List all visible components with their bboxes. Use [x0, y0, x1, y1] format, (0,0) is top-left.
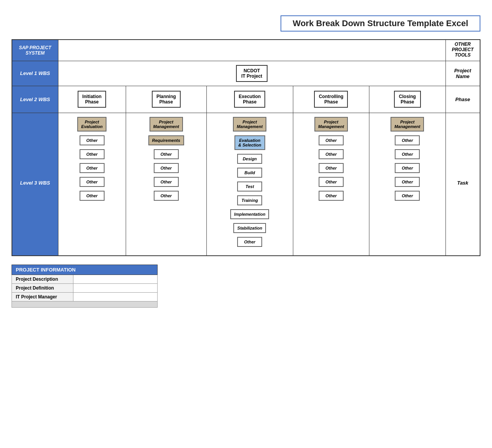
- closing-task-1: ProjectManagement: [391, 117, 424, 132]
- level1-row: Level 1 WBS NCDOTIT Project Project Name: [12, 61, 480, 86]
- execution-task-1: ProjectManagement: [233, 117, 266, 132]
- planning-task-4: Other: [154, 163, 179, 173]
- project-info-last-row: [12, 301, 158, 307]
- closing-task-6: Other: [395, 191, 420, 201]
- controlling-task-5: Other: [319, 177, 344, 187]
- planning-task-1: ProjectManagement: [150, 117, 183, 132]
- task-label: Task: [445, 113, 480, 256]
- project-info-header: PROJECT INFORMATION: [12, 265, 158, 275]
- project-definition-row: Project Definition: [12, 283, 158, 292]
- phase-label: Phase: [445, 86, 480, 113]
- other-project-tools-header: OTHER PROJECT TOOLS: [445, 40, 480, 61]
- project-definition-value[interactable]: [73, 283, 158, 292]
- controlling-tasks-list: ProjectManagement Other Other Other Othe…: [295, 115, 367, 205]
- closing-task-2: Other: [395, 135, 420, 145]
- level2-row: Level 2 WBS InitiationPhase PlanningPhas…: [12, 86, 480, 113]
- controlling-task-2: Other: [319, 135, 344, 145]
- closing-tasks-list: ProjectManagement Other Other Other Othe…: [371, 115, 444, 205]
- planning-phase-cell: PlanningPhase: [126, 86, 206, 113]
- initiation-tasks-cell: ProjectEvaluation Other Other Other Othe…: [58, 113, 126, 256]
- planning-task-5: Other: [154, 177, 179, 187]
- header-spacer: [58, 40, 445, 61]
- initiation-task-6: Other: [80, 191, 105, 201]
- closing-task-3: Other: [395, 149, 420, 159]
- project-name-label: Project Name: [445, 61, 480, 86]
- planning-task-2: Requirements: [148, 135, 184, 145]
- initiation-task-5: Other: [80, 177, 105, 187]
- execution-task-3: Design: [237, 154, 262, 164]
- planning-tasks-cell: ProjectManagement Requirements Other Oth…: [126, 113, 206, 256]
- execution-task-7: Implementation: [230, 209, 269, 219]
- sap-project-system-header: SAP PROJECT SYSTEM: [12, 40, 58, 61]
- execution-tasks-list: ProjectManagement Evaluation& Selection …: [208, 115, 291, 251]
- page-title: Work Break Down Structure Template Excel: [281, 15, 480, 32]
- initiation-task-1: ProjectEvaluation: [77, 117, 106, 132]
- closing-task-4: Other: [395, 163, 420, 173]
- execution-task-8: Stabilization: [233, 223, 266, 233]
- execution-task-9: Other: [237, 237, 262, 247]
- initiation-task-3: Other: [80, 149, 105, 159]
- planning-tasks-list: ProjectManagement Requirements Other Oth…: [128, 115, 205, 205]
- execution-phase-cell: ExecutionPhase: [206, 86, 293, 113]
- execution-task-2: Evaluation& Selection: [234, 135, 265, 150]
- initiation-phase-box: InitiationPhase: [78, 91, 106, 108]
- controlling-phase-box: ControllingPhase: [314, 91, 348, 108]
- initiation-task-4: Other: [80, 163, 105, 173]
- project-description-value[interactable]: [73, 275, 158, 283]
- controlling-task-4: Other: [319, 163, 344, 173]
- header-row: SAP PROJECT SYSTEM OTHER PROJECT TOOLS: [12, 40, 480, 61]
- planning-task-6: Other: [154, 191, 179, 201]
- ncdot-box: NCDOTIT Project: [236, 65, 268, 82]
- execution-tasks-cell: ProjectManagement Evaluation& Selection …: [206, 113, 293, 256]
- it-project-manager-label: IT Project Manager: [12, 292, 73, 301]
- project-info-footer: [12, 301, 158, 307]
- project-info-table: PROJECT INFORMATION Project Description …: [12, 265, 158, 308]
- it-project-manager-row: IT Project Manager: [12, 292, 158, 301]
- level2-wbs-label: Level 2 WBS: [12, 86, 58, 113]
- execution-task-4: Build: [237, 168, 262, 178]
- planning-phase-box: PlanningPhase: [152, 91, 181, 108]
- initiation-task-2: Other: [80, 135, 105, 145]
- execution-task-6: Training: [237, 195, 262, 205]
- project-description-row: Project Description: [12, 275, 158, 283]
- controlling-phase-cell: ControllingPhase: [293, 86, 369, 113]
- it-project-manager-value[interactable]: [73, 292, 158, 301]
- closing-task-5: Other: [395, 177, 420, 187]
- level3-wbs-label: Level 3 WBS: [12, 113, 58, 256]
- closing-phase-cell: ClosingPhase: [369, 86, 445, 113]
- level1-content: NCDOTIT Project: [58, 61, 445, 86]
- initiation-phase-cell: InitiationPhase: [58, 86, 126, 113]
- project-info-header-row: PROJECT INFORMATION: [12, 265, 158, 275]
- planning-task-3: Other: [154, 149, 179, 159]
- controlling-task-3: Other: [319, 149, 344, 159]
- level3-row: Level 3 WBS ProjectEvaluation Other Othe…: [12, 113, 480, 256]
- controlling-tasks-cell: ProjectManagement Other Other Other Othe…: [293, 113, 369, 256]
- execution-phase-box: ExecutionPhase: [234, 91, 265, 108]
- wbs-table: SAP PROJECT SYSTEM OTHER PROJECT TOOLS L…: [12, 39, 480, 256]
- level1-wbs-label: Level 1 WBS: [12, 61, 58, 86]
- project-description-label: Project Description: [12, 275, 73, 283]
- controlling-task-1: ProjectManagement: [314, 117, 348, 132]
- closing-tasks-cell: ProjectManagement Other Other Other Othe…: [369, 113, 445, 256]
- execution-task-5: Test: [237, 182, 262, 192]
- project-definition-label: Project Definition: [12, 283, 73, 292]
- closing-phase-box: ClosingPhase: [394, 91, 421, 108]
- controlling-task-6: Other: [319, 191, 344, 201]
- initiation-tasks-list: ProjectEvaluation Other Other Other Othe…: [60, 115, 124, 205]
